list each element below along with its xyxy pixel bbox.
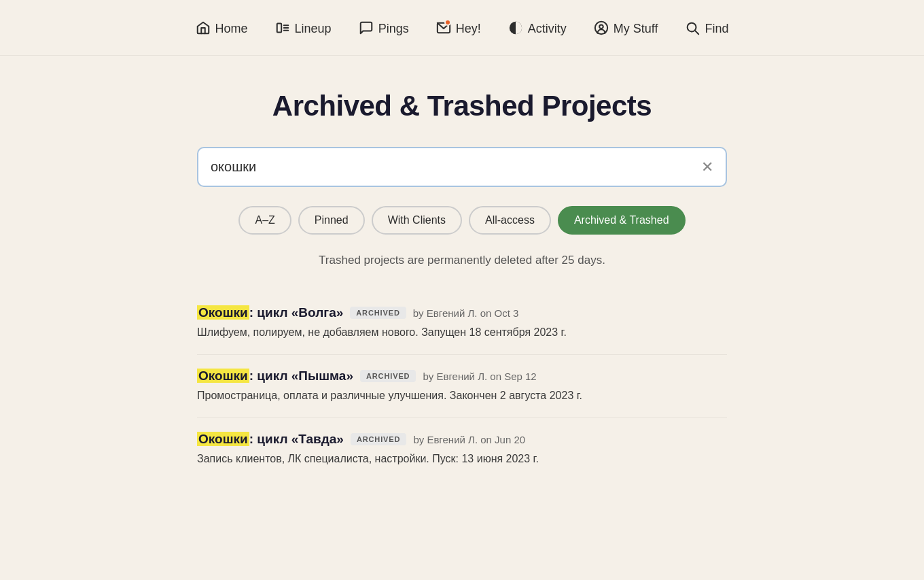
nav-badge-hey [444,19,451,26]
nav-item-mystuff[interactable]: My Stuff [583,15,669,43]
nav-item-home[interactable]: Home [185,15,259,43]
nav-label-home: Home [215,22,248,36]
project-meta: by Евгений Л. on Sep 12 [423,371,536,382]
project-title-highlight: Окошки [197,369,249,383]
nav-item-find[interactable]: Find [674,15,739,43]
svg-line-9 [696,31,699,34]
find-icon [685,20,700,37]
nav-label-find: Find [705,22,728,36]
project-badge: ARCHIVED [360,370,416,382]
project-meta: by Евгений Л. on Oct 3 [413,307,519,319]
project-description: Промостраница, оплата и различные улучше… [197,388,727,404]
filter-tab-pinned[interactable]: Pinned [298,206,365,235]
info-text: Trashed projects are permanently deleted… [197,254,727,267]
main-nav: Home Lineup Pings Hey! Activity My Stuff… [0,0,924,56]
svg-point-7 [599,24,603,29]
filter-tab-with-clients[interactable]: With Clients [372,206,462,235]
filter-tab-archived-trashed[interactable]: Archived & Trashed [558,206,686,235]
search-input[interactable] [197,147,727,187]
project-meta: by Евгений Л. on Jun 20 [413,434,525,445]
nav-item-activity[interactable]: Activity [497,15,578,43]
nav-item-lineup[interactable]: Lineup [264,15,342,43]
home-icon [196,20,211,37]
nav-label-pings: Pings [378,22,409,36]
filter-tab-az[interactable]: A–Z [238,206,291,235]
project-item[interactable]: Окошки: цикл «Волга» ARCHIVED by Евгений… [197,292,727,355]
nav-label-hey: Hey! [456,22,481,36]
page-title: Archived & Trashed Projects [197,90,727,122]
lineup-icon [275,20,290,37]
filter-tab-all-access[interactable]: All-access [469,206,551,235]
project-item[interactable]: Окошки: цикл «Пышма» ARCHIVED by Евгений… [197,355,727,418]
filter-tabs: A–ZPinnedWith ClientsAll-accessArchived … [197,206,727,235]
project-title-highlight: Окошки [197,432,249,446]
nav-item-pings[interactable]: Pings [348,15,420,43]
project-header: Окошки: цикл «Волга» ARCHIVED by Евгений… [197,305,727,320]
search-clear-button[interactable]: ✕ [698,157,716,177]
nav-label-activity: Activity [528,22,567,36]
project-badge: ARCHIVED [350,307,406,319]
project-header: Окошки: цикл «Тавда» ARCHIVED by Евгений… [197,432,727,447]
project-title-highlight: Окошки [197,305,249,320]
project-badge: ARCHIVED [351,433,407,445]
activity-icon [508,20,523,37]
nav-label-mystuff: My Stuff [614,22,658,36]
project-description: Запись клиентов, ЛК специалиста, настрой… [197,451,727,467]
nav-item-hey[interactable]: Hey! [425,15,492,43]
project-list: Окошки: цикл «Волга» ARCHIVED by Евгений… [197,292,727,481]
project-title: Окошки: цикл «Тавда» [197,432,344,447]
project-description: Шлифуем, полируем, не добавляем нового. … [197,324,727,341]
mystuff-icon [594,20,609,37]
project-header: Окошки: цикл «Пышма» ARCHIVED by Евгений… [197,369,727,383]
project-item[interactable]: Окошки: цикл «Тавда» ARCHIVED by Евгений… [197,418,727,481]
search-wrapper: ✕ [197,147,727,187]
project-title: Окошки: цикл «Пышма» [197,369,353,383]
pings-icon [359,20,374,37]
svg-rect-0 [277,24,281,33]
project-title: Окошки: цикл «Волга» [197,305,343,320]
nav-label-lineup: Lineup [295,22,332,36]
